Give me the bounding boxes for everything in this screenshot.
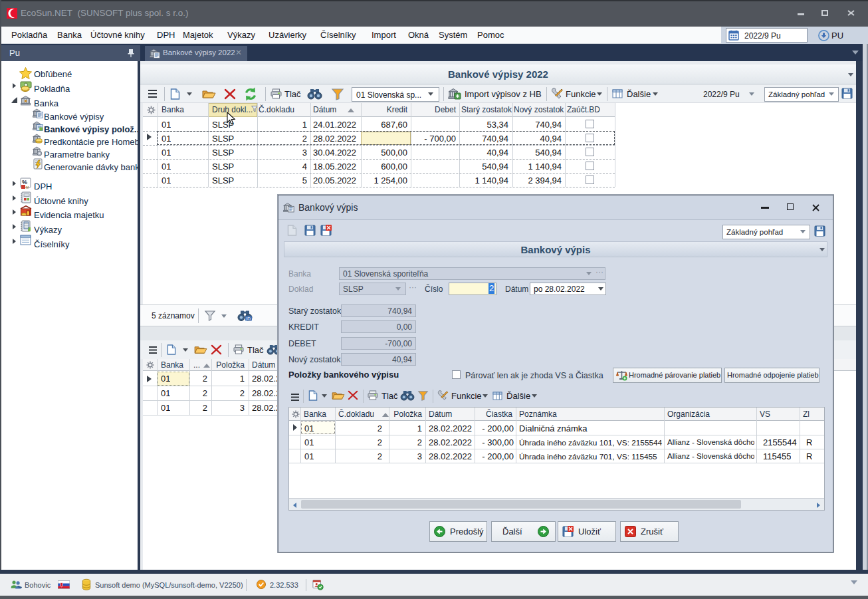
svg-text:%: % [22, 179, 27, 185]
svg-text:ID: ID [247, 316, 251, 321]
svg-text:M: M [26, 185, 29, 189]
